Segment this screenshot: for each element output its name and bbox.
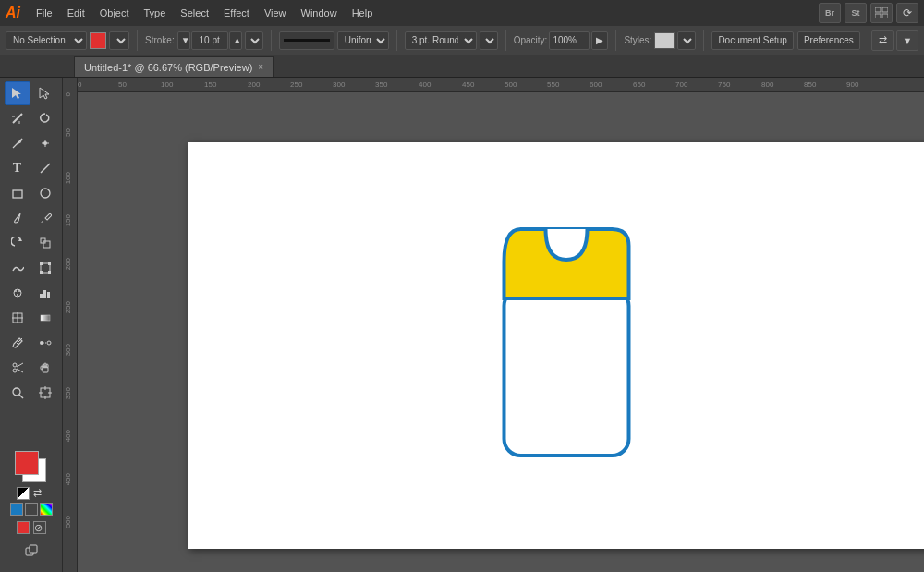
tool-row-8 <box>2 256 60 280</box>
cap-size-unit[interactable]: ▼ <box>480 31 498 50</box>
swatch-stack <box>15 451 48 484</box>
stroke-unit-dropdown[interactable]: ▼ <box>245 31 263 50</box>
foreground-color-swatch[interactable] <box>15 451 39 475</box>
rotate-tool[interactable] <box>5 231 30 255</box>
gradient-tool[interactable] <box>32 306 58 330</box>
menu-effect[interactable]: Effect <box>217 5 256 21</box>
arrange-panel-btn[interactable] <box>2 539 60 568</box>
sync-icon[interactable]: ⟳ <box>896 3 918 23</box>
tool-row-7 <box>2 231 60 255</box>
artboard-tool[interactable] <box>32 381 58 405</box>
symbol-sprayer-tool[interactable] <box>5 281 30 305</box>
type-tool[interactable]: T <box>5 156 30 180</box>
hand-tool[interactable] <box>32 356 58 380</box>
menu-view[interactable]: View <box>258 5 293 21</box>
document-setup-button[interactable]: Document Setup <box>711 31 794 50</box>
opacity-input[interactable] <box>549 31 590 50</box>
line-tool[interactable] <box>32 156 58 180</box>
svg-point-14 <box>41 189 50 198</box>
document-tab[interactable]: Untitled-1* @ 66.67% (RGB/Preview) × <box>74 56 274 77</box>
svg-line-36 <box>17 338 22 344</box>
menu-select[interactable]: Select <box>174 5 215 21</box>
magic-wand-tool[interactable] <box>5 106 30 130</box>
add-anchor-tool[interactable] <box>32 131 58 155</box>
pencil-tool[interactable] <box>32 206 58 230</box>
svg-rect-58 <box>505 289 629 456</box>
color-mode-btn[interactable] <box>10 503 23 516</box>
stroke-value-input[interactable] <box>191 31 228 50</box>
workspace-icon[interactable] <box>870 3 893 23</box>
rectangle-tool[interactable] <box>5 181 30 205</box>
pen-tool[interactable] <box>5 131 30 155</box>
none-fill-swatch[interactable]: ⊘ <box>33 521 46 534</box>
vertical-ruler: 0 50 100 150 200 250 300 350 400 450 500 <box>63 78 78 572</box>
svg-rect-2 <box>875 14 881 18</box>
free-transform-tool[interactable] <box>32 256 58 280</box>
menu-window[interactable]: Window <box>295 5 344 21</box>
red-swatch[interactable] <box>17 521 30 534</box>
menu-type[interactable]: Type <box>138 5 173 21</box>
sep5 <box>615 30 616 51</box>
menu-object[interactable]: Object <box>93 5 136 21</box>
tool-row-11 <box>2 331 60 355</box>
styles-dropdown[interactable]: ▼ <box>677 31 696 50</box>
tool-row-12 <box>2 356 60 380</box>
column-graph-tool[interactable] <box>32 281 58 305</box>
svg-rect-24 <box>48 271 51 274</box>
svg-marker-5 <box>40 88 49 99</box>
scale-tool[interactable] <box>32 231 58 255</box>
stroke-decrement[interactable]: ▼ <box>177 31 190 50</box>
bridge-icon[interactable]: Br <box>819 3 841 23</box>
svg-point-28 <box>17 294 18 296</box>
sep2 <box>271 30 272 51</box>
warp-tool[interactable] <box>5 256 30 280</box>
selection-dropdown[interactable]: No Selection <box>6 31 87 50</box>
transform-icon[interactable]: ▼ <box>896 30 918 51</box>
opacity-label: Opacity: <box>514 35 548 45</box>
horizontal-ruler: 0 50 100 150 200 250 300 350 400 450 500… <box>63 78 924 92</box>
blend-tool[interactable] <box>32 331 58 355</box>
selection-tool[interactable] <box>5 81 30 105</box>
stroke-increment[interactable]: ▲ <box>229 31 242 50</box>
opacity-expand[interactable]: ▶ <box>591 31 608 50</box>
svg-line-12 <box>41 164 50 173</box>
zoom-tool[interactable] <box>5 381 30 405</box>
paintbrush-tool[interactable] <box>5 206 30 230</box>
lasso-tool[interactable] <box>32 106 58 130</box>
eyedropper-tool[interactable] <box>5 331 30 355</box>
gradient-swatch[interactable] <box>40 503 53 516</box>
stroke-style-dropdown[interactable]: Uniform <box>337 31 389 50</box>
menu-help[interactable]: Help <box>346 5 380 21</box>
tool-row-10 <box>2 306 60 330</box>
default-colors-btn[interactable] <box>17 487 30 500</box>
svg-rect-23 <box>40 271 43 274</box>
svg-rect-35 <box>41 315 50 321</box>
menu-edit[interactable]: Edit <box>61 5 91 21</box>
app-logo: Ai <box>6 5 20 21</box>
tab-bar: Untitled-1* @ 66.67% (RGB/Preview) × <box>0 55 924 78</box>
arrange-icon[interactable]: ⇄ <box>871 30 894 51</box>
mesh-tool[interactable] <box>5 306 30 330</box>
tab-close-button[interactable]: × <box>258 62 263 72</box>
ellipse-tool[interactable] <box>32 181 58 205</box>
sep6 <box>703 30 704 51</box>
none-btn[interactable] <box>25 503 38 516</box>
swap-colors-btn[interactable]: ⇄ <box>33 487 46 500</box>
toolbox: T <box>0 78 63 572</box>
cap-size-dropdown[interactable]: 3 pt. Round <box>405 31 477 50</box>
stock-icon[interactable]: St <box>845 3 867 23</box>
direct-selection-tool[interactable] <box>32 81 58 105</box>
fill-dropdown[interactable]: ▼ <box>109 31 129 50</box>
selection-group: No Selection ▼ <box>6 31 129 50</box>
menu-bar: Ai File Edit Object Type Select Effect V… <box>0 0 924 26</box>
svg-point-26 <box>15 290 17 292</box>
menu-file[interactable]: File <box>30 5 59 21</box>
svg-rect-30 <box>43 290 46 298</box>
svg-rect-48 <box>41 366 43 370</box>
artboard-switch-tool[interactable] <box>18 539 44 563</box>
sep4 <box>505 30 506 51</box>
stroke-group: Stroke: ▼ ▲ ▼ <box>145 31 263 50</box>
fill-color-swatch[interactable] <box>90 32 106 49</box>
preferences-button[interactable]: Preferences <box>797 31 860 50</box>
scissors-tool[interactable] <box>5 356 30 380</box>
